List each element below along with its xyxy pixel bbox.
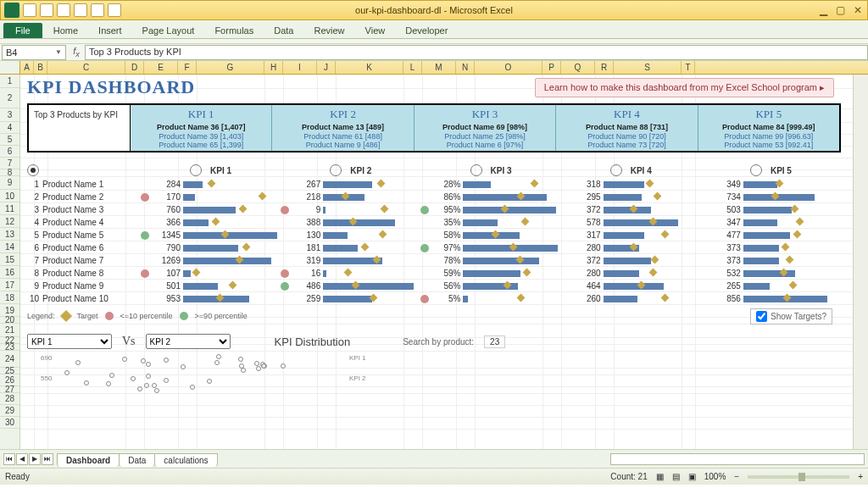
view-layout-icon[interactable]: ▤: [672, 472, 680, 481]
row-header[interactable]: 13: [0, 228, 19, 241]
col-header[interactable]: C: [47, 61, 125, 74]
view-break-icon[interactable]: ▣: [688, 472, 696, 481]
sheet-tab[interactable]: Dashboard: [57, 453, 120, 467]
radio-all[interactable]: [27, 164, 39, 176]
radio-kpi[interactable]: [330, 164, 342, 176]
row-header[interactable]: 23: [0, 344, 19, 351]
file-tab[interactable]: File: [3, 23, 42, 38]
zoom-minus-icon[interactable]: −: [734, 472, 739, 481]
row-header[interactable]: 25: [0, 368, 19, 374]
col-header[interactable]: L: [403, 61, 422, 74]
col-header[interactable]: E: [144, 61, 178, 74]
zoom-plus-icon[interactable]: +: [858, 472, 863, 481]
qat-save-icon[interactable]: [23, 3, 36, 17]
kpi-cell: 373: [701, 256, 841, 265]
col-header[interactable]: F: [178, 61, 197, 74]
row-header[interactable]: 27: [0, 386, 19, 393]
qat-redo-icon[interactable]: [57, 3, 70, 17]
row-header[interactable]: 8: [0, 169, 19, 176]
col-header[interactable]: T: [682, 61, 695, 74]
col-header[interactable]: S: [614, 61, 682, 74]
learn-link[interactable]: Learn how to make this dashboard from my…: [535, 78, 834, 97]
bar-wrap: [604, 206, 701, 214]
row-header[interactable]: 10: [0, 190, 19, 202]
show-targets-checkbox[interactable]: Show Targets?: [750, 308, 832, 324]
row-header[interactable]: 20: [0, 317, 19, 324]
radio-kpi[interactable]: [190, 164, 202, 176]
row-header[interactable]: 29: [0, 405, 19, 417]
horizontal-scrollbar[interactable]: [610, 453, 865, 465]
vs-select-1[interactable]: KPI 1: [27, 334, 112, 349]
col-header[interactable]: H: [264, 61, 283, 74]
chevron-down-icon[interactable]: ▼: [55, 48, 62, 56]
col-header[interactable]: K: [336, 61, 403, 74]
col-header[interactable]: P: [542, 61, 561, 74]
minimize-icon[interactable]: ▁: [820, 4, 827, 16]
col-header[interactable]: N: [456, 61, 475, 74]
radio-kpi[interactable]: [610, 164, 622, 176]
row-header[interactable]: 11: [0, 202, 19, 215]
row-header[interactable]: 18: [0, 291, 19, 304]
sheet-tab[interactable]: calculations: [154, 453, 217, 467]
sheet-tab[interactable]: Data: [119, 453, 155, 467]
restore-icon[interactable]: ▢: [836, 4, 845, 16]
formula-input[interactable]: Top 3 Products by KPI: [85, 45, 868, 60]
vertical-scrollbar[interactable]: [853, 75, 868, 449]
sheet-nav-next-icon[interactable]: ▶: [29, 453, 41, 465]
qat-btn-icon[interactable]: [91, 3, 104, 17]
sheet-nav-first-icon[interactable]: ⏮: [3, 453, 15, 465]
col-header[interactable]: D: [125, 61, 144, 74]
tab-review[interactable]: Review: [303, 23, 354, 38]
tab-insert[interactable]: Insert: [88, 23, 132, 38]
row-header[interactable]: 17: [0, 279, 19, 291]
sheet-nav-prev-icon[interactable]: ◀: [16, 453, 28, 465]
tab-home[interactable]: Home: [43, 23, 88, 38]
fx-icon[interactable]: fx: [70, 46, 83, 59]
name-box[interactable]: B4 ▼: [2, 45, 66, 60]
close-icon[interactable]: ✕: [854, 4, 862, 16]
row-header[interactable]: 12: [0, 215, 19, 228]
col-header[interactable]: A: [20, 61, 34, 74]
row-header[interactable]: 5: [0, 134, 19, 146]
tab-formulas[interactable]: Formulas: [204, 23, 264, 38]
row-header[interactable]: 14: [0, 241, 19, 253]
tab-view[interactable]: View: [355, 23, 396, 38]
col-header[interactable]: O: [475, 61, 542, 74]
col-header[interactable]: G: [197, 61, 264, 74]
col-header[interactable]: B: [34, 61, 47, 74]
radio-kpi[interactable]: [750, 164, 762, 176]
col-header[interactable]: R: [595, 61, 614, 74]
row-header[interactable]: 6: [0, 146, 19, 158]
row-header[interactable]: 16: [0, 266, 19, 279]
qat-undo-icon[interactable]: [40, 3, 53, 17]
row-header[interactable]: 2: [0, 88, 19, 108]
qat-btn-icon[interactable]: [108, 3, 121, 17]
search-value[interactable]: 23: [484, 336, 505, 348]
col-header[interactable]: Q: [561, 61, 595, 74]
sheet-nav-last-icon[interactable]: ⏭: [42, 453, 53, 465]
row-header[interactable]: 1: [0, 75, 19, 88]
tab-page-layout[interactable]: Page Layout: [132, 23, 205, 38]
row-header[interactable]: 4: [0, 122, 19, 134]
kpi-cell: 372: [561, 256, 701, 265]
show-targets-input[interactable]: [756, 311, 767, 322]
row-header[interactable]: 28: [0, 393, 19, 405]
vs-select-2[interactable]: KPI 2: [146, 334, 231, 349]
tab-developer[interactable]: Developer: [395, 23, 458, 38]
row-header[interactable]: 15: [0, 253, 19, 266]
radio-kpi[interactable]: [470, 164, 482, 176]
row-header[interactable]: 3: [0, 108, 19, 122]
kpi-cell: 78%: [420, 256, 560, 265]
row-header[interactable]: 30: [0, 417, 19, 429]
zoom-slider[interactable]: [748, 475, 849, 479]
col-header[interactable]: I: [283, 61, 317, 74]
row-header[interactable]: 24: [0, 351, 19, 368]
col-header[interactable]: J: [317, 61, 336, 74]
select-all-corner[interactable]: [0, 61, 20, 74]
qat-btn-icon[interactable]: [74, 3, 87, 17]
view-normal-icon[interactable]: ▦: [656, 472, 664, 481]
tab-data[interactable]: Data: [264, 23, 303, 38]
row-header[interactable]: 9: [0, 176, 19, 190]
col-header[interactable]: M: [422, 61, 456, 74]
grid[interactable]: KPI DASHBOARD Learn how to make this das…: [20, 75, 868, 449]
